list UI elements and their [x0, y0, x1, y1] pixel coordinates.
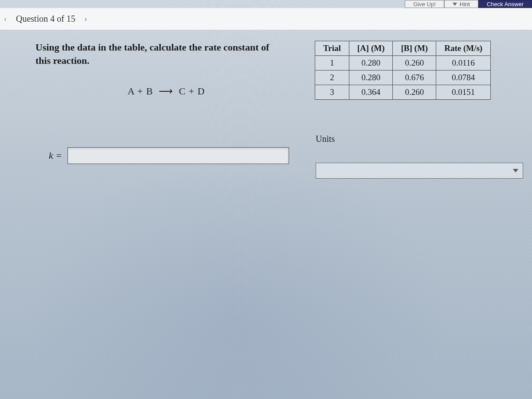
cell: 0.280	[349, 70, 393, 85]
cell: 0.260	[393, 85, 436, 100]
data-table: Trial [A] (M) [B] (M) Rate (M/s) 1 0.280…	[315, 41, 491, 100]
question-bar: ‹ Question 4 of 15 ›	[0, 8, 532, 30]
next-question-chevron-icon[interactable]: ›	[84, 14, 87, 24]
chevron-down-icon	[513, 169, 518, 172]
rate-constant-input[interactable]	[67, 147, 289, 164]
give-up-button[interactable]: Give Up!	[405, 0, 444, 8]
cell: 0.364	[349, 85, 393, 100]
cell: 0.260	[393, 56, 436, 70]
cell: 1	[315, 56, 349, 70]
col-header: Trial	[315, 41, 349, 56]
prompt-line-2: this reaction.	[35, 55, 90, 66]
table-row: 1 0.280 0.260 0.0116	[315, 56, 491, 70]
cell: 0.0116	[436, 56, 491, 70]
reaction-arrow-icon: ⟶	[159, 85, 173, 98]
units-dropdown[interactable]	[316, 163, 523, 179]
reaction-right: C + D	[179, 86, 205, 97]
top-toolbar: Give Up! Hint Check Answer	[0, 0, 532, 8]
reaction-equation: A + B ⟶ C + D	[35, 85, 297, 98]
hint-button[interactable]: Hint	[444, 0, 478, 8]
col-header: Rate (M/s)	[436, 41, 491, 56]
k-label: k =	[49, 150, 62, 161]
check-answer-button[interactable]: Check Answer	[478, 0, 532, 8]
units-label: Units	[316, 134, 335, 144]
table-row: 3 0.364 0.260 0.0151	[315, 85, 491, 100]
table-header-row: Trial [A] (M) [B] (M) Rate (M/s)	[315, 41, 491, 56]
cell: 0.280	[349, 56, 393, 70]
prompt-block: Using the data in the table, calculate t…	[35, 41, 297, 98]
col-header: [A] (M)	[349, 41, 393, 56]
table-row: 2 0.280 0.676 0.0784	[315, 70, 491, 85]
question-counter: Question 4 of 15	[16, 14, 75, 24]
prev-question-chevron-icon[interactable]: ‹	[2, 15, 8, 23]
prompt-line-1: Using the data in the table, calculate t…	[35, 42, 269, 53]
cell: 0.676	[393, 70, 436, 85]
cell: 3	[315, 85, 349, 100]
content-area: Using the data in the table, calculate t…	[35, 41, 528, 399]
col-header: [B] (M)	[393, 41, 436, 56]
cell: 0.0784	[436, 70, 491, 85]
cell: 2	[315, 70, 349, 85]
cell: 0.0151	[436, 85, 491, 100]
reaction-left: A + B	[128, 86, 153, 97]
answer-row: k =	[49, 147, 289, 164]
